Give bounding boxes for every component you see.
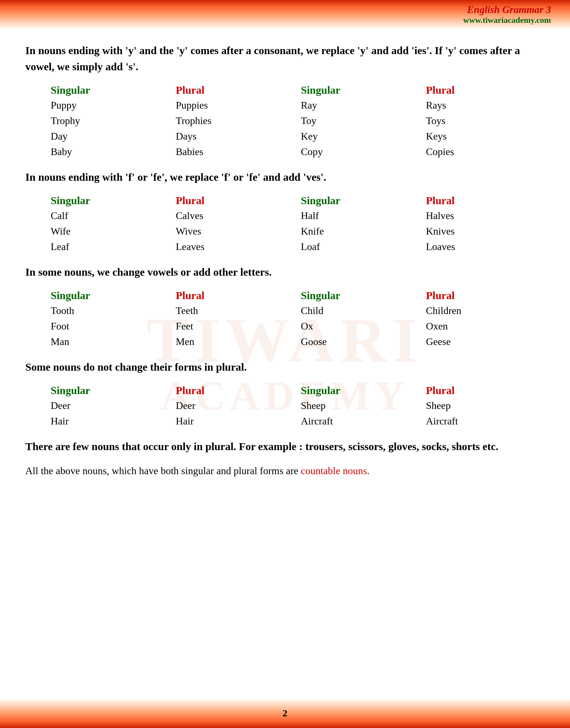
header-singular-2r: Singular — [294, 193, 419, 208]
cell: Babies — [170, 144, 294, 159]
table-row: Day Days Key Keys — [44, 128, 545, 144]
cell: Goose — [294, 334, 419, 349]
countable-nouns-para: All the above nouns, which have both sin… — [25, 462, 545, 479]
table-header-row-1: Singular Plural Singular Plural — [44, 82, 545, 97]
cell: Knife — [294, 223, 419, 239]
cell: Ray — [294, 97, 419, 113]
header-plural-3r: Plural — [419, 288, 545, 303]
table-header-row-4: Singular Plural Singular Plural — [44, 383, 545, 398]
rule-text-3: In some nouns, we change vowels or add o… — [25, 264, 545, 280]
cell: Leaf — [44, 239, 170, 254]
cell: Loaf — [294, 239, 419, 254]
table-row: Calf Calves Half Halves — [44, 208, 545, 223]
table-row: Foot Feet Ox Oxen — [44, 318, 545, 334]
cell: Calves — [170, 208, 294, 223]
section-f-rule: In nouns ending with 'f' or 'fe', we rep… — [25, 169, 545, 254]
cell: Calf — [44, 208, 170, 223]
rule-text-2: In nouns ending with 'f' or 'fe', we rep… — [25, 169, 545, 185]
table-header-row-2: Singular Plural Singular Plural — [44, 193, 545, 208]
brand-url: www.tiwariacademy.com — [463, 16, 551, 25]
cell: Puppies — [170, 97, 294, 113]
para2-text-before: All the above nouns, which have both sin… — [25, 465, 301, 476]
cell: Man — [44, 334, 170, 349]
cell: Wives — [170, 223, 294, 239]
cell: Toys — [419, 113, 545, 128]
cell: Deer — [170, 398, 294, 414]
rule-text-4: Some nouns do not change their forms in … — [25, 359, 545, 375]
table-row: Hair Hair Aircraft Aircraft — [44, 414, 545, 429]
cell: Toy — [294, 113, 419, 128]
cell: Children — [419, 303, 545, 318]
para2-text-after: . — [367, 465, 369, 476]
table-wrapper-3: Singular Plural Singular Plural Tooth Te… — [25, 288, 545, 349]
cell: Trophy — [44, 113, 170, 128]
cell: Wife — [44, 223, 170, 239]
noun-table-1: Singular Plural Singular Plural Puppy Pu… — [44, 82, 545, 159]
cell: Knives — [419, 223, 545, 239]
cell: Day — [44, 128, 170, 144]
main-content: In nouns ending with 'y' and the 'y' com… — [0, 28, 570, 511]
table-wrapper-1: Singular Plural Singular Plural Puppy Pu… — [25, 82, 545, 159]
cell: Ox — [294, 318, 419, 334]
table-row: Tooth Teeth Child Children — [44, 303, 545, 318]
header-plural-3: Plural — [170, 288, 294, 303]
plural-only-para: There are few nouns that occur only in p… — [25, 439, 545, 455]
header-plural-1r: Plural — [419, 82, 545, 97]
cell: Baby — [44, 144, 170, 159]
noun-table-3: Singular Plural Singular Plural Tooth Te… — [44, 288, 545, 349]
header-plural-4: Plural — [170, 383, 294, 398]
header-plural-2: Plural — [170, 193, 294, 208]
cell: Geese — [419, 334, 545, 349]
header-singular-3r: Singular — [294, 288, 419, 303]
cell: Aircraft — [294, 414, 419, 429]
header-singular-4r: Singular — [294, 383, 419, 398]
cell: Loaves — [419, 239, 545, 254]
header-singular-4: Singular — [44, 383, 170, 398]
header-singular-1: Singular — [44, 82, 170, 97]
cell: Aircraft — [419, 414, 545, 429]
header-brand: English Grammar 3 www.tiwariacademy.com — [463, 4, 551, 25]
cell: Trophies — [170, 113, 294, 128]
cell: Sheep — [419, 398, 545, 414]
noun-table-2: Singular Plural Singular Plural Calf Cal… — [44, 193, 545, 254]
cell: Keys — [419, 128, 545, 144]
cell: Puppy — [44, 97, 170, 113]
top-bar: English Grammar 3 www.tiwariacademy.com — [0, 0, 570, 28]
cell: Hair — [170, 414, 294, 429]
cell: Copies — [419, 144, 545, 159]
noun-table-4: Singular Plural Singular Plural Deer Dee… — [44, 383, 545, 429]
header-plural-2r: Plural — [419, 193, 545, 208]
cell: Rays — [419, 97, 545, 113]
cell: Feet — [170, 318, 294, 334]
page-number: 2 — [283, 708, 288, 719]
cell: Oxen — [419, 318, 545, 334]
brand-title: English Grammar 3 — [463, 4, 551, 16]
cell: Foot — [44, 318, 170, 334]
table-row: Trophy Trophies Toy Toys — [44, 113, 545, 128]
cell: Tooth — [44, 303, 170, 318]
cell: Key — [294, 128, 419, 144]
table-wrapper-4: Singular Plural Singular Plural Deer Dee… — [25, 383, 545, 429]
cell: Days — [170, 128, 294, 144]
cell: Half — [294, 208, 419, 223]
cell: Sheep — [294, 398, 419, 414]
table-row: Leaf Leaves Loaf Loaves — [44, 239, 545, 254]
header-plural-1: Plural — [170, 82, 294, 97]
header-singular-3: Singular — [44, 288, 170, 303]
cell: Child — [294, 303, 419, 318]
rule-text-1: In nouns ending with 'y' and the 'y' com… — [25, 42, 545, 75]
countable-nouns-highlight: countable nouns — [301, 465, 367, 476]
table-wrapper-2: Singular Plural Singular Plural Calf Cal… — [25, 193, 545, 254]
cell: Leaves — [170, 239, 294, 254]
section-no-change-rule: Some nouns do not change their forms in … — [25, 359, 545, 429]
cell: Deer — [44, 398, 170, 414]
table-row: Wife Wives Knife Knives — [44, 223, 545, 239]
cell: Copy — [294, 144, 419, 159]
section-y-rule: In nouns ending with 'y' and the 'y' com… — [25, 42, 545, 159]
table-header-row-3: Singular Plural Singular Plural — [44, 288, 545, 303]
header-plural-4r: Plural — [419, 383, 545, 398]
header-singular-1r: Singular — [294, 82, 419, 97]
table-row: Baby Babies Copy Copies — [44, 144, 545, 159]
table-row: Puppy Puppies Ray Rays — [44, 97, 545, 113]
cell: Halves — [419, 208, 545, 223]
